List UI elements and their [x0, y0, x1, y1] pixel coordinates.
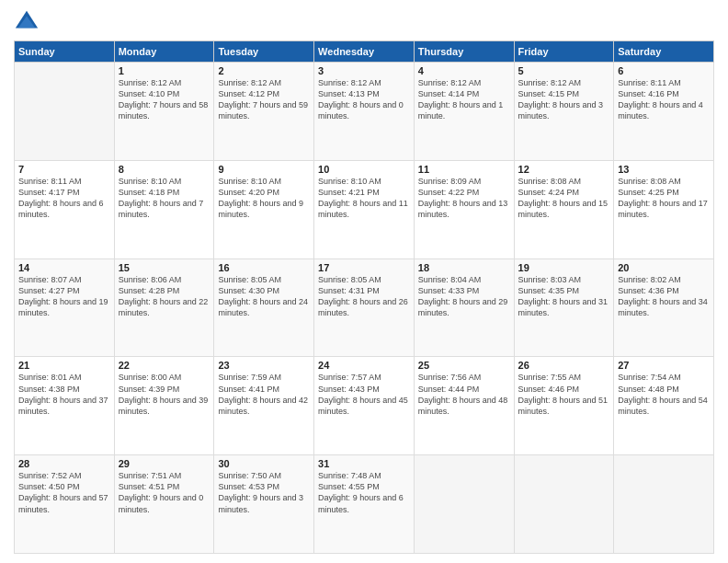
header-wednesday: Wednesday [314, 41, 415, 63]
day-number: 15 [119, 262, 210, 273]
day-number: 24 [318, 360, 410, 371]
day-number: 10 [318, 164, 410, 175]
day-cell: 21Sunrise: 8:01 AMSunset: 4:38 PMDayligh… [15, 357, 115, 455]
day-detail: Sunrise: 7:59 AMSunset: 4:41 PMDaylight:… [218, 372, 310, 417]
day-detail: Sunrise: 7:50 AMSunset: 4:53 PMDaylight:… [218, 470, 310, 515]
header-monday: Monday [114, 41, 214, 63]
day-cell: 17Sunrise: 8:05 AMSunset: 4:31 PMDayligh… [314, 259, 415, 357]
day-cell: 31Sunrise: 7:48 AMSunset: 4:55 PMDayligh… [314, 455, 415, 554]
day-detail: Sunrise: 8:10 AMSunset: 4:20 PMDaylight:… [218, 176, 310, 221]
logo-icon [14, 9, 40, 35]
day-cell: 29Sunrise: 7:51 AMSunset: 4:51 PMDayligh… [114, 455, 214, 554]
page: SundayMondayTuesdayWednesdayThursdayFrid… [0, 0, 728, 563]
day-number: 22 [119, 360, 210, 371]
day-number: 31 [318, 458, 410, 469]
day-cell: 22Sunrise: 8:00 AMSunset: 4:39 PMDayligh… [114, 357, 214, 455]
day-number: 11 [418, 164, 510, 175]
day-detail: Sunrise: 8:08 AMSunset: 4:25 PMDaylight:… [618, 176, 710, 221]
day-cell: 9Sunrise: 8:10 AMSunset: 4:20 PMDaylight… [214, 160, 314, 259]
week-row-0: 1Sunrise: 8:12 AMSunset: 4:10 PMDaylight… [15, 63, 714, 161]
day-detail: Sunrise: 8:04 AMSunset: 4:33 PMDaylight:… [418, 274, 510, 319]
day-cell: 18Sunrise: 8:04 AMSunset: 4:33 PMDayligh… [414, 259, 514, 357]
calendar-table: SundayMondayTuesdayWednesdayThursdayFrid… [14, 40, 714, 554]
day-number: 21 [18, 360, 110, 371]
day-detail: Sunrise: 8:08 AMSunset: 4:24 PMDaylight:… [518, 176, 610, 221]
day-cell [614, 455, 714, 554]
day-detail: Sunrise: 8:03 AMSunset: 4:35 PMDaylight:… [518, 274, 610, 319]
day-number: 6 [618, 65, 710, 76]
day-detail: Sunrise: 8:11 AMSunset: 4:17 PMDaylight:… [18, 176, 110, 221]
day-number: 4 [418, 65, 510, 76]
week-row-4: 28Sunrise: 7:52 AMSunset: 4:50 PMDayligh… [15, 455, 714, 554]
header-tuesday: Tuesday [214, 41, 314, 63]
header-sunday: Sunday [15, 41, 115, 63]
day-cell: 5Sunrise: 8:12 AMSunset: 4:15 PMDaylight… [514, 63, 614, 161]
day-cell: 8Sunrise: 8:10 AMSunset: 4:18 PMDaylight… [114, 160, 214, 259]
day-number: 16 [218, 262, 310, 273]
day-number: 30 [218, 458, 310, 469]
day-number: 29 [119, 458, 210, 469]
day-cell: 2Sunrise: 8:12 AMSunset: 4:12 PMDaylight… [214, 63, 314, 161]
day-detail: Sunrise: 7:54 AMSunset: 4:48 PMDaylight:… [618, 372, 710, 417]
day-number: 13 [618, 164, 710, 175]
day-detail: Sunrise: 8:12 AMSunset: 4:13 PMDaylight:… [318, 77, 410, 122]
day-detail: Sunrise: 8:10 AMSunset: 4:21 PMDaylight:… [318, 176, 410, 221]
day-cell [15, 63, 115, 161]
day-cell: 7Sunrise: 8:11 AMSunset: 4:17 PMDaylight… [15, 160, 115, 259]
day-number: 2 [218, 65, 310, 76]
day-cell: 12Sunrise: 8:08 AMSunset: 4:24 PMDayligh… [514, 160, 614, 259]
header-friday: Friday [514, 41, 614, 63]
day-detail: Sunrise: 8:06 AMSunset: 4:28 PMDaylight:… [119, 274, 210, 319]
day-detail: Sunrise: 7:51 AMSunset: 4:51 PMDaylight:… [119, 470, 210, 515]
day-detail: Sunrise: 8:07 AMSunset: 4:27 PMDaylight:… [18, 274, 110, 319]
day-cell: 13Sunrise: 8:08 AMSunset: 4:25 PMDayligh… [614, 160, 714, 259]
day-cell: 16Sunrise: 8:05 AMSunset: 4:30 PMDayligh… [214, 259, 314, 357]
day-number: 25 [418, 360, 510, 371]
day-cell [414, 455, 514, 554]
day-cell: 6Sunrise: 8:11 AMSunset: 4:16 PMDaylight… [614, 63, 714, 161]
header-thursday: Thursday [414, 41, 514, 63]
calendar-header: SundayMondayTuesdayWednesdayThursdayFrid… [15, 41, 714, 63]
day-detail: Sunrise: 8:10 AMSunset: 4:18 PMDaylight:… [119, 176, 210, 221]
week-row-1: 7Sunrise: 8:11 AMSunset: 4:17 PMDaylight… [15, 160, 714, 259]
day-detail: Sunrise: 8:11 AMSunset: 4:16 PMDaylight:… [618, 77, 710, 122]
logo [14, 9, 43, 35]
day-cell: 15Sunrise: 8:06 AMSunset: 4:28 PMDayligh… [114, 259, 214, 357]
day-cell: 4Sunrise: 8:12 AMSunset: 4:14 PMDaylight… [414, 63, 514, 161]
day-detail: Sunrise: 8:09 AMSunset: 4:22 PMDaylight:… [418, 176, 510, 221]
day-detail: Sunrise: 8:01 AMSunset: 4:38 PMDaylight:… [18, 372, 110, 417]
day-number: 14 [18, 262, 110, 273]
day-cell: 30Sunrise: 7:50 AMSunset: 4:53 PMDayligh… [214, 455, 314, 554]
day-cell: 23Sunrise: 7:59 AMSunset: 4:41 PMDayligh… [214, 357, 314, 455]
day-number: 28 [18, 458, 110, 469]
day-detail: Sunrise: 7:57 AMSunset: 4:43 PMDaylight:… [318, 372, 410, 417]
day-detail: Sunrise: 8:12 AMSunset: 4:12 PMDaylight:… [218, 77, 310, 122]
day-cell: 24Sunrise: 7:57 AMSunset: 4:43 PMDayligh… [314, 357, 415, 455]
day-number: 8 [119, 164, 210, 175]
day-detail: Sunrise: 8:02 AMSunset: 4:36 PMDaylight:… [618, 274, 710, 319]
day-detail: Sunrise: 7:56 AMSunset: 4:44 PMDaylight:… [418, 372, 510, 417]
header-saturday: Saturday [614, 41, 714, 63]
day-number: 17 [318, 262, 410, 273]
day-number: 26 [518, 360, 610, 371]
day-detail: Sunrise: 7:55 AMSunset: 4:46 PMDaylight:… [518, 372, 610, 417]
day-detail: Sunrise: 8:05 AMSunset: 4:30 PMDaylight:… [218, 274, 310, 319]
day-number: 5 [518, 65, 610, 76]
calendar-body: 1Sunrise: 8:12 AMSunset: 4:10 PMDaylight… [15, 63, 714, 554]
day-cell: 10Sunrise: 8:10 AMSunset: 4:21 PMDayligh… [314, 160, 415, 259]
day-number: 3 [318, 65, 410, 76]
day-detail: Sunrise: 7:48 AMSunset: 4:55 PMDaylight:… [318, 470, 410, 515]
day-number: 27 [618, 360, 710, 371]
day-cell: 26Sunrise: 7:55 AMSunset: 4:46 PMDayligh… [514, 357, 614, 455]
day-detail: Sunrise: 8:05 AMSunset: 4:31 PMDaylight:… [318, 274, 410, 319]
week-row-3: 21Sunrise: 8:01 AMSunset: 4:38 PMDayligh… [15, 357, 714, 455]
day-number: 20 [618, 262, 710, 273]
day-cell: 14Sunrise: 8:07 AMSunset: 4:27 PMDayligh… [15, 259, 115, 357]
day-cell: 1Sunrise: 8:12 AMSunset: 4:10 PMDaylight… [114, 63, 214, 161]
day-detail: Sunrise: 7:52 AMSunset: 4:50 PMDaylight:… [18, 470, 110, 515]
day-detail: Sunrise: 8:00 AMSunset: 4:39 PMDaylight:… [119, 372, 210, 417]
day-detail: Sunrise: 8:12 AMSunset: 4:15 PMDaylight:… [518, 77, 610, 122]
day-number: 23 [218, 360, 310, 371]
header-row: SundayMondayTuesdayWednesdayThursdayFrid… [15, 41, 714, 63]
day-cell: 20Sunrise: 8:02 AMSunset: 4:36 PMDayligh… [614, 259, 714, 357]
